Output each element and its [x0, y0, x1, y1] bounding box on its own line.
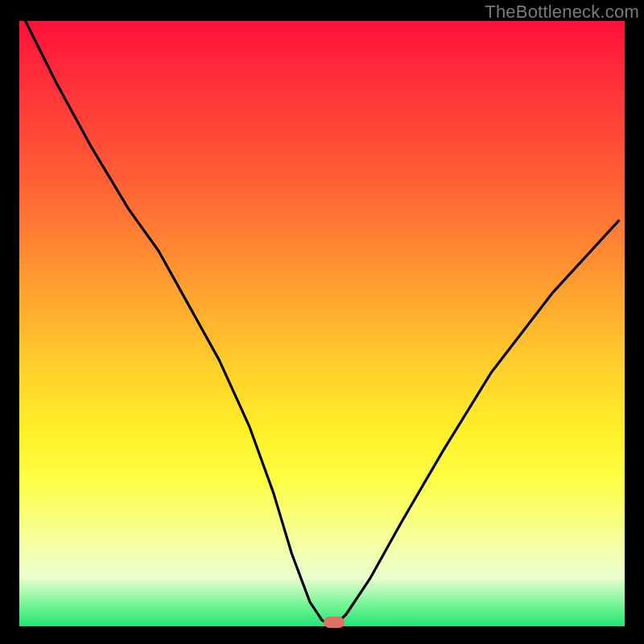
chart-plot-area [19, 21, 625, 626]
curve-minimum-marker [324, 617, 345, 628]
bottleneck-curve [19, 21, 625, 626]
chart-frame: TheBottleneck.com [0, 0, 644, 644]
attribution-label: TheBottleneck.com [485, 2, 639, 23]
